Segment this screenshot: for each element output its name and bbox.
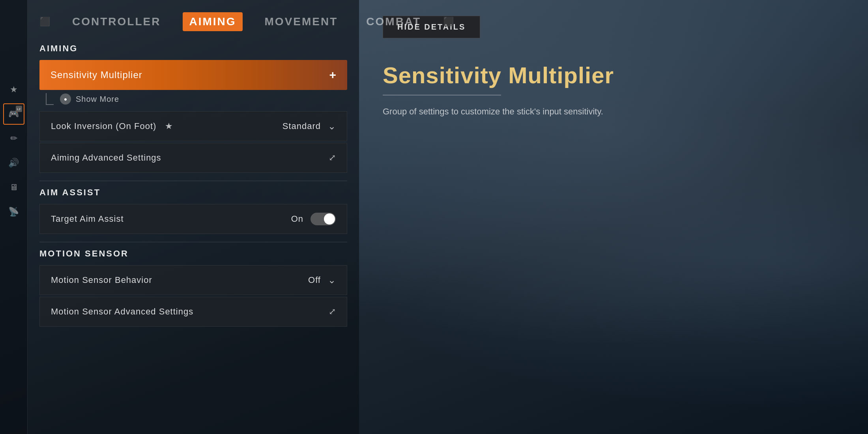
aim-assist-section-title: AIM ASSIST <box>39 187 347 198</box>
aiming-advanced-label: Aiming Advanced Settings <box>51 153 161 163</box>
sidebar-item-favorites[interactable]: ★ <box>3 79 24 100</box>
look-inversion-star-icon[interactable]: ★ <box>165 121 173 131</box>
audio-icon: 🔊 <box>8 158 19 168</box>
pen-icon: ✏ <box>10 133 17 144</box>
show-more-label: Show More <box>76 95 119 104</box>
aiming-advanced-expand-icon[interactable]: ⤢ <box>329 153 336 163</box>
show-more-circle-icon: ● <box>60 94 71 105</box>
top-nav: ⬛ CONTROLLER AIMING MOVEMENT COMBAT ⬛ <box>28 0 359 43</box>
aiming-section-title: AIMING <box>39 43 347 54</box>
target-aim-assist-label: Target Aim Assist <box>51 214 124 224</box>
detail-title: Sensitivity Multiplier <box>383 62 844 88</box>
detail-divider <box>383 95 501 95</box>
right-panel: HIDE DETAILS Sensitivity Multiplier Grou… <box>359 0 868 434</box>
sensitivity-add-icon: + <box>329 68 336 82</box>
display-icon: 🖥 <box>9 182 18 193</box>
sidebar-item-audio[interactable]: 🔊 <box>3 152 24 174</box>
sidebar-item-controller[interactable]: 🎮 L2 <box>3 103 24 125</box>
motion-sensor-behavior-row[interactable]: Motion Sensor Behavior Off ⌄ <box>39 265 347 295</box>
nav-left-icon[interactable]: ⬛ <box>39 17 50 27</box>
look-inversion-left: Look Inversion (On Foot) ★ <box>51 121 173 131</box>
motion-sensor-advanced-row[interactable]: Motion Sensor Advanced Settings ⤢ <box>39 297 347 327</box>
network-icon: 📡 <box>8 207 19 217</box>
show-more-row[interactable]: ● Show More <box>39 92 347 107</box>
tab-controller[interactable]: CONTROLLER <box>66 12 167 31</box>
indent-indicator <box>46 93 54 105</box>
motion-sensor-behavior-value-text: Off <box>308 275 321 285</box>
target-aim-assist-value: On <box>291 213 336 225</box>
sidebar-item-interface[interactable]: ✏ <box>3 128 24 149</box>
look-inversion-row[interactable]: Look Inversion (On Foot) ★ Standard ⌄ <box>39 111 347 141</box>
tab-aiming[interactable]: AIMING <box>183 12 242 31</box>
sidebar-item-display[interactable]: 🖥 <box>3 177 24 198</box>
motion-sensor-advanced-label: Motion Sensor Advanced Settings <box>51 307 193 317</box>
aim-assist-separator <box>39 181 347 181</box>
target-aim-assist-toggle[interactable] <box>311 213 336 225</box>
tab-combat[interactable]: COMBAT <box>360 12 427 31</box>
toggle-knob <box>324 213 335 224</box>
motion-sensor-behavior-value: Off ⌄ <box>308 275 336 286</box>
motion-sensor-behavior-label: Motion Sensor Behavior <box>51 275 152 285</box>
motion-sensor-separator <box>39 242 347 242</box>
look-inversion-value: Standard ⌄ <box>282 121 336 132</box>
target-aim-assist-row[interactable]: Target Aim Assist On <box>39 204 347 234</box>
motion-sensor-section-title: MOTION SENSOR <box>39 249 347 259</box>
aiming-advanced-row[interactable]: Aiming Advanced Settings ⤢ <box>39 143 347 173</box>
sidebar-badge-l2: L2 <box>16 106 22 112</box>
tab-movement[interactable]: MOVEMENT <box>258 12 344 31</box>
star-icon: ★ <box>10 84 18 95</box>
look-inversion-dropdown-icon[interactable]: ⌄ <box>328 121 336 132</box>
motion-sensor-advanced-expand-icon[interactable]: ⤢ <box>329 307 336 317</box>
sidebar: ★ 🎮 L2 ✏ 🔊 🖥 📡 <box>0 0 28 434</box>
sensitivity-multiplier-row[interactable]: Sensitivity Multiplier + <box>39 60 347 90</box>
settings-content: AIMING Sensitivity Multiplier + ● Show M… <box>28 43 359 327</box>
look-inversion-value-text: Standard <box>282 121 321 131</box>
motion-sensor-behavior-dropdown-icon[interactable]: ⌄ <box>328 275 336 286</box>
main-content: ⬛ CONTROLLER AIMING MOVEMENT COMBAT ⬛ AI… <box>28 0 359 434</box>
look-inversion-label: Look Inversion (On Foot) <box>51 121 156 131</box>
target-aim-assist-value-text: On <box>291 214 303 224</box>
sensitivity-multiplier-label: Sensitivity Multiplier <box>51 69 142 80</box>
sidebar-item-network[interactable]: 📡 <box>3 201 24 223</box>
nav-right-icon[interactable]: ⬛ <box>443 17 454 27</box>
detail-description: Group of settings to customize the stick… <box>383 105 619 118</box>
